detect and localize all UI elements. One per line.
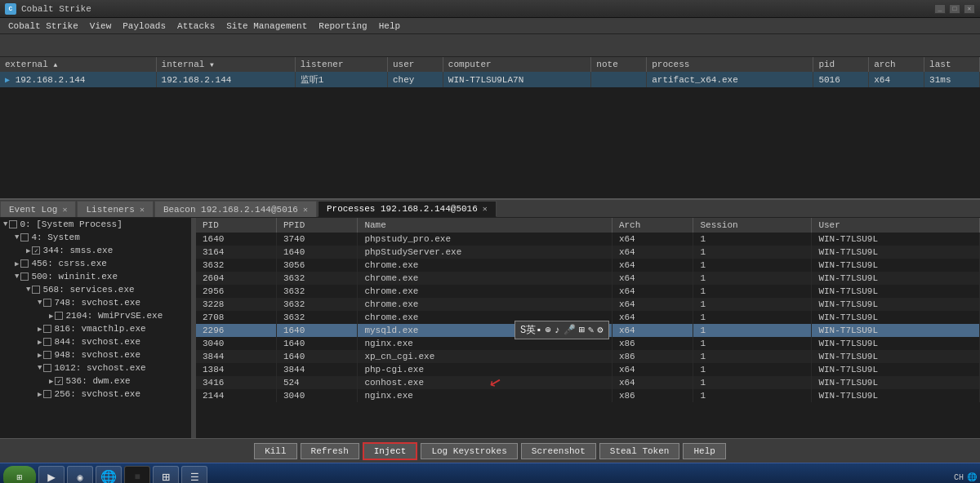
tree-item-6[interactable]: ▼748: svchost.exe [0, 296, 191, 309]
taskbar-icon-3[interactable]: 🌐 [96, 466, 122, 483]
taskbar-icon-2[interactable]: ◉ [67, 466, 93, 483]
col-internal[interactable]: internal ▼ [156, 57, 295, 72]
screenshot-button[interactable]: Screenshot [521, 443, 596, 459]
maximize-btn[interactable]: □ [949, 4, 960, 14]
start-button[interactable]: ⊞ [3, 466, 36, 483]
tree-item-10[interactable]: ▶948: svchost.exe [0, 348, 191, 361]
log-keystrokes-button[interactable]: Log Keystrokes [421, 443, 517, 459]
col-note[interactable]: note [591, 57, 647, 72]
minimize-btn[interactable]: _ [934, 4, 946, 14]
tree-check-3[interactable] [20, 259, 29, 268]
ft-item-5[interactable]: ⊞ [579, 324, 585, 336]
tree-arrow-2[interactable]: ▶ [26, 246, 30, 255]
tree-check-12[interactable]: ✓ [55, 377, 63, 385]
steal-token-button[interactable]: Steal Token [599, 443, 680, 459]
proc-row-0[interactable]: 16403740phpstudy_pro.exex641WIN-T7LSU9L [196, 233, 980, 246]
tree-item-0[interactable]: ▼0: [System Process] [0, 218, 191, 231]
tree-check-11[interactable] [43, 364, 51, 372]
col-user[interactable]: user [388, 57, 443, 72]
tree-check-4[interactable] [20, 273, 29, 281]
tab-close-2[interactable]: ✕ [303, 205, 308, 215]
tree-item-9[interactable]: ▶844: svchost.exe [0, 335, 191, 348]
refresh-button[interactable]: Refresh [301, 443, 359, 459]
menu-item-view[interactable]: View [85, 20, 116, 32]
col-last[interactable]: last [924, 57, 980, 72]
taskbar-icon-1[interactable]: ▶ [38, 466, 65, 483]
tree-item-4[interactable]: ▼500: wininit.exe [0, 270, 191, 283]
tree-arrow-5[interactable]: ▼ [26, 286, 30, 294]
tab-3[interactable]: Processes 192.168.2.144@5016✕ [318, 201, 497, 217]
proc-row-5[interactable]: 32283632chrome.exex641WIN-T7LSU9L [196, 298, 980, 311]
tree-check-9[interactable] [43, 338, 51, 346]
inject-button[interactable]: Inject [363, 442, 418, 460]
ft-item-3[interactable]: ♪ [555, 325, 560, 336]
tree-check-7[interactable] [55, 312, 63, 320]
ft-item-2[interactable]: ⊕ [545, 324, 550, 336]
proc-row-2[interactable]: 36323056chrome.exex641WIN-T7LSU9L [196, 259, 980, 272]
kill-button[interactable]: Kill [254, 443, 296, 459]
tree-item-5[interactable]: ▼568: services.exe [0, 283, 191, 296]
tab-2[interactable]: Beacon 192.168.2.144@5016✕ [154, 201, 317, 217]
proc-row-12[interactable]: 21443040nginx.exex861WIN-T7LSU9L [196, 389, 980, 402]
menu-item-reporting[interactable]: Reporting [314, 20, 372, 32]
tree-check-5[interactable] [32, 286, 40, 294]
col-listener[interactable]: listener [295, 57, 387, 72]
tree-arrow-3[interactable]: ▶ [15, 259, 19, 268]
tree-arrow-1[interactable]: ▼ [15, 233, 19, 242]
tree-check-0[interactable] [9, 220, 17, 228]
proc-row-1[interactable]: 31641640phpStudyServer.exex641WIN-T7LSU9… [196, 246, 980, 259]
taskbar-icon-6[interactable]: ☰ [181, 466, 207, 483]
tree-check-2[interactable]: ✓ [32, 246, 40, 255]
proc-col-ppid[interactable]: PPID [276, 218, 358, 233]
col-computer[interactable]: computer [443, 57, 591, 72]
ft-item-6[interactable]: ✎ [588, 324, 594, 336]
proc-row-10[interactable]: 13843844php-cgi.exex641WIN-T7LSU9L [196, 363, 980, 376]
ft-item-4[interactable]: 🎤 [564, 324, 576, 336]
tree-check-8[interactable] [43, 325, 51, 333]
tree-item-12[interactable]: ▶✓536: dwm.exe [0, 374, 191, 388]
tree-check-13[interactable] [43, 390, 51, 398]
proc-col-user[interactable]: User [812, 218, 980, 233]
tree-arrow-8[interactable]: ▶ [38, 325, 42, 334]
tree-item-8[interactable]: ▶816: vmacthlp.exe [0, 322, 191, 335]
tab-0[interactable]: Event Log✕ [0, 201, 76, 217]
taskbar-icon-5[interactable]: ⊞ [153, 466, 179, 483]
tree-arrow-4[interactable]: ▼ [15, 273, 19, 281]
proc-col-session[interactable]: Session [693, 218, 812, 233]
col-external[interactable]: external ▲ [0, 57, 156, 72]
tree-arrow-12[interactable]: ▶ [49, 377, 53, 386]
menu-item-cobalt-strike[interactable]: Cobalt Strike [3, 20, 83, 32]
tree-arrow-10[interactable]: ▶ [38, 351, 42, 360]
help-button[interactable]: Help [683, 443, 725, 459]
tree-item-7[interactable]: ▶2104: WmiPrvSE.exe [0, 309, 191, 322]
proc-row-11[interactable]: 3416524conhost.exex641WIN-T7LSU9L [196, 376, 980, 389]
tree-item-11[interactable]: ▼1012: svchost.exe [0, 361, 191, 374]
menu-item-payloads[interactable]: Payloads [118, 20, 171, 32]
tree-item-3[interactable]: ▶456: csrss.exe [0, 257, 191, 270]
proc-row-4[interactable]: 29563632chrome.exex641WIN-T7LSU9L [196, 285, 980, 298]
tab-close-3[interactable]: ✕ [483, 204, 488, 214]
proc-col-name[interactable]: Name [358, 218, 612, 233]
tree-check-1[interactable] [20, 233, 29, 242]
tree-arrow-11[interactable]: ▼ [38, 364, 42, 372]
tree-item-1[interactable]: ▼4: System [0, 231, 191, 244]
tree-check-6[interactable] [43, 299, 51, 307]
menu-item-site-management[interactable]: Site Management [221, 20, 312, 32]
close-btn[interactable]: ✕ [964, 4, 975, 14]
tree-arrow-9[interactable]: ▶ [38, 338, 42, 347]
tab-1[interactable]: Listeners✕ [77, 201, 153, 217]
col-process[interactable]: process [647, 57, 813, 72]
menu-item-help[interactable]: Help [374, 20, 405, 32]
menu-item-attacks[interactable]: Attacks [172, 20, 220, 32]
tree-arrow-6[interactable]: ▼ [38, 299, 42, 307]
tree-arrow-7[interactable]: ▶ [49, 312, 53, 321]
col-pid[interactable]: pid [813, 57, 869, 72]
session-row[interactable]: ▶ 192.168.2.144192.168.2.144监听1cheyWIN-T… [0, 72, 980, 87]
proc-col-arch[interactable]: Arch [612, 218, 693, 233]
tree-check-10[interactable] [43, 351, 51, 359]
proc-col-pid[interactable]: PID [196, 218, 276, 233]
tree-arrow-0[interactable]: ▼ [3, 220, 7, 228]
tab-close-1[interactable]: ✕ [140, 205, 145, 215]
proc-row-3[interactable]: 26043632chrome.exex641WIN-T7LSU9L [196, 272, 980, 285]
tree-item-13[interactable]: ▶256: svchost.exe [0, 388, 191, 401]
